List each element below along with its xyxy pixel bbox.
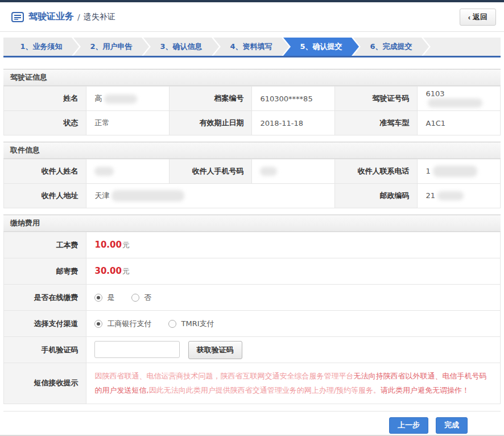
section-fees: 缴纳费用 工本费 10.00元 邮寄费 30.00元 是否在线缴费 是: [3, 215, 501, 404]
sms-code-input[interactable]: [94, 341, 180, 358]
back-button[interactable]: ‹ 返回: [460, 9, 496, 26]
step-wizard: 1、业务须知 2、用户申告 3、确认信息 4、资料填写 5、确认提交 6、完成提…: [3, 38, 501, 57]
step-4-fill-data[interactable]: 4、资料填写: [213, 38, 289, 56]
license-number-value: 6103: [418, 87, 501, 111]
section-title-pickup: 取件信息: [3, 142, 501, 159]
table-row: 短信接收提示 因陕西省联通、电信运营商技术问题，陕西省互联网交通安全综合服务管理…: [4, 363, 501, 404]
postage-fee-amount: 30.00: [94, 266, 121, 276]
back-button-label: 返回: [473, 12, 488, 22]
postage-fee-value: 30.00元: [86, 258, 501, 285]
table-row: 是否在线缴费 是 否: [4, 285, 501, 311]
recipient-address-value: 天津: [86, 184, 335, 208]
radio-channel-tmri-label[interactable]: TMRI支付: [181, 319, 214, 329]
redacted-value: [433, 166, 477, 177]
zip-code-value: 21: [418, 184, 501, 208]
radio-online-pay-yes-label[interactable]: 是: [107, 293, 114, 303]
page-title: 驾驶证业务: [28, 11, 74, 23]
work-fee-amount: 10.00: [94, 240, 121, 250]
online-pay-label: 是否在线缴费: [4, 285, 86, 311]
section-title-fees: 缴纳费用: [3, 215, 501, 232]
redacted-value: [428, 98, 482, 108]
redacted-value: [260, 167, 277, 176]
table-row: 邮寄费 30.00元: [4, 258, 501, 285]
breadcrumb-separator: /: [77, 13, 80, 22]
section-title-license: 驾驶证信息: [3, 69, 501, 86]
sms-notice-text: 因陕西省联通、电信运营商技术问题，陕西省互联网交通安全综合服务管理平台无法向持陕…: [86, 363, 501, 404]
page-header: 驾驶证业务 / 遗失补证 ‹ 返回: [0, 2, 504, 32]
expiry-date-value: 2018-11-18: [252, 111, 335, 135]
sms-code-label: 手机验证码: [4, 337, 86, 363]
recipient-tel-label: 收件人联系电话: [335, 159, 418, 184]
step-5-confirm-submit[interactable]: 5、确认提交: [283, 38, 359, 56]
radio-channel-tmri[interactable]: [168, 320, 176, 328]
table-row: 姓名 高 档案编号 610300****85 驾驶证号码 6103: [4, 87, 501, 111]
table-row: 工本费 10.00元: [4, 232, 501, 258]
table-row: 手机验证码 获取验证码: [4, 337, 501, 363]
redacted-value: [104, 94, 137, 104]
notice-segment: 请此类用户避免无谓操作！: [381, 386, 469, 394]
notice-segment: 因陕西省联通、电信运营商技术问题，陕西省互联网交通安全综合服务管理平台: [94, 372, 353, 380]
table-row: 选择支付渠道 工商银行支付 TMRI支付: [4, 311, 501, 337]
license-business-icon: [11, 12, 24, 22]
recipient-tel-value: 1: [418, 159, 501, 184]
work-fee-label: 工本费: [4, 232, 86, 258]
pay-channel-label: 选择支付渠道: [4, 311, 86, 337]
breadcrumb-current: 遗失补证: [84, 12, 115, 22]
archive-number-value: 610300****85: [252, 87, 335, 111]
radio-channel-icbc[interactable]: [94, 320, 102, 328]
step-3-confirm-info[interactable]: 3、确认信息: [143, 38, 219, 56]
vehicle-class-label: 准驾车型: [335, 111, 418, 135]
table-row: 收件人地址 天津 邮政编码 21: [4, 184, 501, 208]
get-code-button[interactable]: 获取验证码: [188, 341, 242, 359]
section-pickup-info: 取件信息 收件人姓名 收件人手机号码 收件人联系电话 1 收件人地址 天津 邮政…: [3, 142, 501, 208]
step-1-business-notice[interactable]: 1、业务须知: [3, 38, 79, 56]
step-2-user-declaration[interactable]: 2、用户申告: [73, 38, 149, 56]
status-value: 正常: [86, 111, 170, 135]
redacted-value: [111, 190, 184, 201]
chevron-left-icon: ‹: [468, 13, 470, 22]
finish-button[interactable]: 完成: [436, 417, 468, 434]
section-license-info: 驾驶证信息 姓名 高 档案编号 610300****85 驾驶证号码 6103 …: [3, 69, 501, 135]
recipient-mobile-value: [252, 159, 335, 184]
currency-unit: 元: [122, 267, 130, 275]
recipient-mobile-label: 收件人手机号码: [170, 159, 252, 184]
vehicle-class-value: A1C1: [418, 111, 501, 135]
license-number-label: 驾驶证号码: [335, 87, 418, 111]
radio-online-pay-no-label[interactable]: 否: [144, 293, 151, 303]
footer-actions: 上一步 完成: [3, 411, 501, 436]
postage-fee-label: 邮寄费: [4, 258, 86, 285]
step-6-finish-submit[interactable]: 6、完成提交: [353, 38, 429, 56]
recipient-address-label: 收件人地址: [4, 184, 86, 208]
sms-notice-label: 短信接收提示: [4, 363, 86, 404]
radio-channel-icbc-label[interactable]: 工商银行支付: [107, 319, 151, 329]
zip-code-label: 邮政编码: [335, 184, 418, 208]
radio-online-pay-yes[interactable]: [94, 294, 102, 302]
step-bar-filler: [423, 38, 501, 56]
recipient-name-label: 收件人姓名: [4, 159, 86, 184]
notice-segment: 因此无法向此类用户提供陕西省交通管理业务的网上办理/预约等服务。: [149, 386, 381, 394]
redacted-value: [94, 167, 114, 176]
currency-unit: 元: [122, 241, 130, 249]
table-row: 状态 正常 有效期止日期 2018-11-18 准驾车型 A1C1: [4, 111, 501, 135]
radio-online-pay-no[interactable]: [131, 294, 139, 302]
expiry-date-label: 有效期止日期: [170, 111, 252, 135]
recipient-name-value: [86, 159, 170, 184]
table-row: 收件人姓名 收件人手机号码 收件人联系电话 1: [4, 159, 501, 184]
name-label: 姓名: [4, 87, 86, 111]
previous-step-button[interactable]: 上一步: [389, 417, 428, 434]
work-fee-value: 10.00元: [86, 232, 501, 258]
archive-number-label: 档案编号: [170, 87, 252, 111]
redacted-value: [437, 191, 464, 200]
status-label: 状态: [4, 111, 86, 135]
name-value: 高: [86, 87, 170, 111]
